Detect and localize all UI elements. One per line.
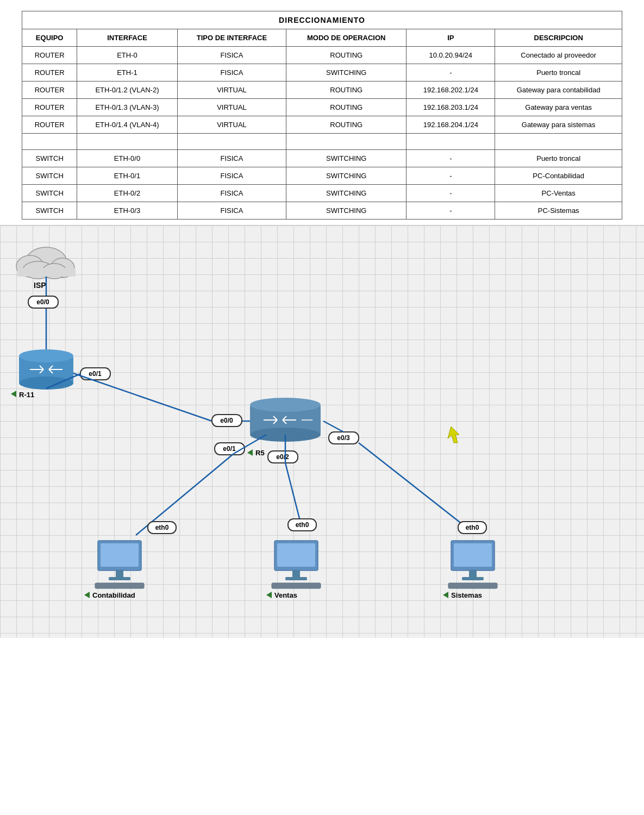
bubble-e01-r5: e0/1 (223, 445, 236, 453)
cont-label: Contabilidad (92, 591, 135, 599)
cell-9-2: FISICA (177, 202, 286, 220)
bubble-eth0-sist: eth0 (466, 524, 479, 531)
cell-4-2: VIRTUAL (177, 116, 286, 134)
cell-4-5: Gateway para sistemas (495, 116, 622, 134)
cell-1-0: ROUTER (22, 64, 77, 82)
cell-1-3: SWITCHING (286, 64, 407, 82)
cell-6-3: SWITCHING (286, 150, 407, 167)
line-r11-r5 (73, 373, 212, 421)
cell-2-5: Gateway para contabilidad (495, 82, 622, 99)
cell-7-3: SWITCHING (286, 167, 407, 185)
pc-contabilidad (95, 541, 144, 588)
cell-2-4: 192.168.202.1/24 (407, 82, 495, 99)
cell-0-3: ROUTING (286, 47, 407, 64)
r11-play-icon (11, 391, 16, 397)
diagram-svg: ISP e0/0 R-11 e0/1 (0, 225, 644, 638)
cell-8-0: SWITCH (22, 185, 77, 202)
svg-rect-46 (469, 570, 477, 577)
cell-3-5: Gateway para ventas (495, 99, 622, 116)
cell-3-0: ROUTER (22, 99, 77, 116)
cell-0-0: ROUTER (22, 47, 77, 64)
svg-rect-41 (292, 570, 300, 577)
svg-point-8 (19, 349, 73, 362)
cell-1-4: - (407, 64, 495, 82)
bubble-e01-r11: e0/1 (89, 370, 102, 378)
cell-8-1: ETH-0/2 (77, 185, 177, 202)
cell-9-3: SWITCHING (286, 202, 407, 220)
svg-rect-40 (277, 543, 315, 567)
svg-rect-47 (462, 577, 484, 580)
cell-7-1: ETH-0/1 (77, 167, 177, 185)
cell-0-5: Conectado al proveedor (495, 47, 622, 64)
r5-play-icon (247, 449, 253, 456)
cell-5-4 (407, 134, 495, 150)
line-r5-e03-a (323, 421, 343, 432)
ventas-label: Ventas (274, 591, 297, 599)
cell-1-2: FISICA (177, 64, 286, 82)
cell-7-4: - (407, 167, 495, 185)
table-section: DIRECCIONAMIENTO EQUIPO INTERFACE TIPO D… (0, 0, 644, 225)
cell-6-2: FISICA (177, 150, 286, 167)
direccionamiento-table: DIRECCIONAMIENTO EQUIPO INTERFACE TIPO D… (22, 11, 622, 220)
cell-1-1: ETH-1 (77, 64, 177, 82)
cell-6-4: - (407, 150, 495, 167)
r11-label: R-11 (19, 391, 34, 399)
bubble-e02-r5: e0/2 (276, 453, 289, 461)
bubble-eth0-ventas: eth0 (296, 521, 309, 529)
header-desc: DESCRIPCION (495, 29, 622, 47)
svg-point-19 (250, 398, 321, 412)
cell-9-0: SWITCH (22, 202, 77, 220)
cell-6-5: Puerto troncal (495, 150, 622, 167)
sist-label: Sistemas (451, 591, 482, 599)
svg-rect-45 (454, 543, 492, 567)
diagram-section: ISP e0/0 R-11 e0/1 (0, 225, 644, 638)
svg-rect-37 (109, 577, 130, 580)
header-ip: IP (407, 29, 495, 47)
cell-9-1: ETH-0/3 (77, 202, 177, 220)
cell-1-5: Puerto troncal (495, 64, 622, 82)
cell-0-4: 10.0.20.94/24 (407, 47, 495, 64)
cell-2-2: VIRTUAL (177, 82, 286, 99)
bubble-e00-r11: e0/0 (36, 298, 49, 306)
cell-8-3: SWITCHING (286, 185, 407, 202)
table-title: DIRECCIONAMIENTO (22, 11, 622, 29)
cell-5-0 (22, 134, 77, 150)
cell-2-0: ROUTER (22, 82, 77, 99)
bubble-e00-r5: e0/0 (220, 417, 233, 424)
cell-2-3: ROUTING (286, 82, 407, 99)
cell-8-2: FISICA (177, 185, 286, 202)
svg-rect-5 (17, 268, 76, 277)
header-modo: MODO DE OPERACION (286, 29, 407, 47)
cell-8-4: - (407, 185, 495, 202)
cell-0-2: FISICA (177, 47, 286, 64)
line-e03-sist (359, 443, 473, 532)
cell-8-5: PC-Ventas (495, 185, 622, 202)
pc-ventas (272, 541, 321, 588)
cell-4-0: ROUTER (22, 116, 77, 134)
cell-4-3: ROUTING (286, 116, 407, 134)
bubble-eth0-cont: eth0 (155, 524, 169, 531)
svg-rect-48 (448, 583, 497, 588)
cell-3-1: ETH-0/1.3 (VLAN-3) (77, 99, 177, 116)
pc-sistemas (448, 541, 497, 588)
sist-play-icon (443, 592, 448, 598)
r5-label: R5 (255, 449, 265, 457)
svg-rect-43 (272, 583, 321, 588)
svg-point-9 (19, 377, 73, 390)
cell-4-4: 192.168.204.1/24 (407, 116, 495, 134)
cell-7-5: PC-Contabilidad (495, 167, 622, 185)
svg-rect-38 (95, 583, 144, 588)
cell-9-5: PC-Sistemas (495, 202, 622, 220)
router-r11 (19, 349, 73, 390)
isp-label: ISP (34, 281, 46, 290)
ventas-play-icon (266, 592, 272, 598)
cell-5-3 (286, 134, 407, 150)
bubble-e03-r5: e0/3 (337, 434, 350, 442)
cell-3-2: VIRTUAL (177, 99, 286, 116)
cont-play-icon (84, 592, 90, 598)
cursor-arrow (448, 427, 459, 443)
cell-5-2 (177, 134, 286, 150)
cell-4-1: ETH-0/1.4 (VLAN-4) (77, 116, 177, 134)
svg-rect-36 (116, 570, 123, 577)
cell-6-1: ETH-0/0 (77, 150, 177, 167)
